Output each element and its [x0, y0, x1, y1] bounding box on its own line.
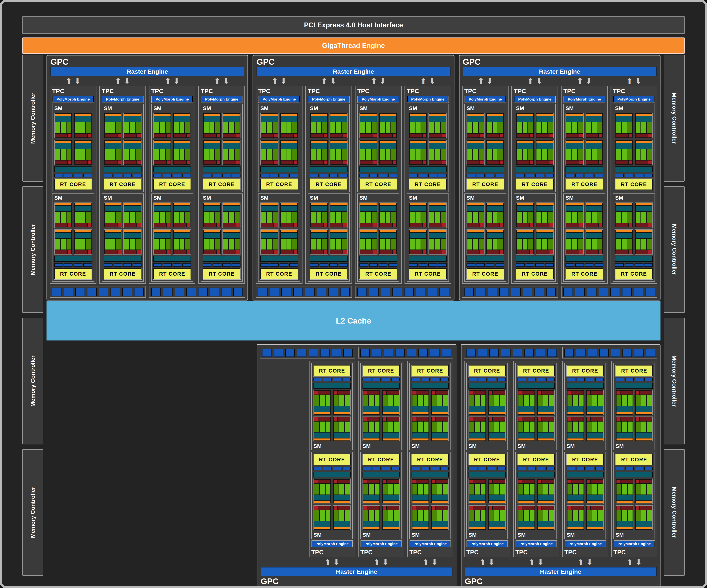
green-core-column-light	[473, 212, 478, 223]
sm-block: SMRT CORE	[258, 104, 300, 192]
core-column-group	[518, 510, 535, 521]
green-core-column-light	[543, 421, 548, 432]
core-column-group	[616, 484, 633, 494]
green-core-column-light	[394, 395, 399, 406]
teal-scheduler-bar	[412, 495, 429, 501]
green-core-column-light	[523, 239, 528, 250]
tpc-label: TPC	[357, 87, 399, 95]
rop-unit	[293, 288, 303, 296]
tex-unit	[496, 263, 504, 267]
red-bar-small	[167, 223, 171, 227]
green-core-column-light	[592, 149, 597, 160]
green-core-column-dark	[498, 149, 503, 160]
green-core-column-light	[494, 421, 499, 432]
green-core-column-dark	[616, 484, 621, 494]
red-bar-row	[311, 134, 327, 138]
red-bar-row	[410, 160, 426, 164]
green-core-column-dark	[479, 149, 484, 160]
orange-bar	[360, 204, 377, 206]
red-bar-row	[223, 134, 240, 138]
red-bar-wide	[436, 391, 448, 395]
rop-unit	[610, 288, 620, 296]
tex-unit	[469, 467, 477, 470]
green-core-column-light	[543, 484, 548, 494]
red-bar-wide	[318, 506, 330, 510]
rt-core: RT CORE	[467, 268, 504, 280]
sm-partition	[363, 416, 380, 442]
tex-unit-row	[469, 378, 506, 381]
rt-core: RT CORE	[616, 454, 653, 465]
orange-bar	[489, 439, 505, 440]
sm-partition	[123, 229, 141, 255]
red-bar-small	[137, 134, 141, 138]
rop-unit	[332, 348, 341, 357]
red-bar-row	[330, 223, 347, 227]
red-bar-wide	[571, 480, 583, 483]
tex-unit	[526, 174, 534, 177]
sm-block: SMRT CORE	[613, 452, 655, 539]
core-column-group	[616, 421, 633, 432]
red-bar-wide	[105, 250, 117, 254]
tex-unit	[379, 263, 388, 267]
sm-block: SMRT CORE	[409, 363, 451, 450]
green-core-column-light	[592, 395, 597, 406]
green-core-column-dark	[235, 149, 240, 160]
core-column-group	[586, 122, 602, 133]
red-bar-wide	[429, 160, 442, 164]
red-bar-small	[480, 160, 484, 164]
tpc-label: TPC	[613, 549, 655, 556]
sm-block: SMRT CORE	[515, 363, 557, 450]
green-core-column-light	[410, 239, 415, 250]
red-bar-row	[536, 160, 553, 164]
sm-partition	[260, 229, 278, 255]
up-arrow-icon: ⬆	[527, 76, 534, 85]
green-core-column-light	[130, 212, 135, 223]
green-core-column-light	[124, 212, 129, 223]
green-core-column-light	[592, 239, 597, 250]
core-column-group	[380, 149, 396, 160]
red-bar-row	[383, 417, 399, 421]
green-core-column-dark	[412, 484, 417, 494]
sm-partition	[429, 203, 446, 228]
red-bar-small	[383, 480, 386, 483]
red-bar-wide	[387, 506, 399, 510]
l1-cache-bar	[104, 167, 141, 172]
teal-scheduler-bar	[636, 521, 652, 527]
green-core-column-dark	[627, 212, 632, 223]
red-bar-small	[599, 160, 602, 164]
sm-partition-grid	[104, 203, 141, 255]
red-bar-row	[223, 223, 240, 227]
red-bar-row	[204, 250, 220, 254]
red-bar-wide	[542, 506, 554, 510]
orange-bar	[636, 501, 652, 503]
red-bar-row	[314, 391, 330, 395]
red-bar-wide	[223, 223, 236, 227]
green-core-column-light	[616, 122, 621, 133]
red-bar-row	[616, 417, 633, 421]
polymorph-engine: PolyMorph Engine	[358, 96, 399, 103]
rop-unit	[511, 288, 520, 296]
green-core-column-light	[467, 239, 472, 250]
green-core-column-light	[628, 395, 633, 406]
green-core-column-light	[641, 212, 646, 223]
green-core-column-light	[523, 122, 528, 133]
sm-partition	[123, 113, 141, 138]
sm-label: SM	[310, 105, 347, 111]
rop-unit	[343, 348, 353, 357]
sm-label: SM	[616, 443, 653, 449]
green-core-column-dark	[412, 395, 417, 406]
green-core-column-light	[500, 421, 505, 432]
core-column-group	[636, 395, 652, 406]
green-core-column-light	[622, 484, 627, 494]
gpc-label: GPC	[50, 57, 245, 67]
teal-scheduler-bar	[311, 233, 327, 238]
red-bar-wide	[330, 250, 343, 254]
memory-controller: Memory Controller	[22, 449, 43, 576]
green-core-column-light	[480, 395, 485, 406]
green-core-column-dark	[587, 421, 592, 432]
tpc-row: ⬆⬇TPCPolyMorph EngineSMRT CORESMRT CORE⬆…	[260, 361, 453, 567]
red-bar-small	[489, 480, 492, 483]
rt-core: RT CORE	[310, 179, 347, 190]
rop-strip	[562, 347, 657, 359]
orange-bar	[281, 230, 297, 232]
